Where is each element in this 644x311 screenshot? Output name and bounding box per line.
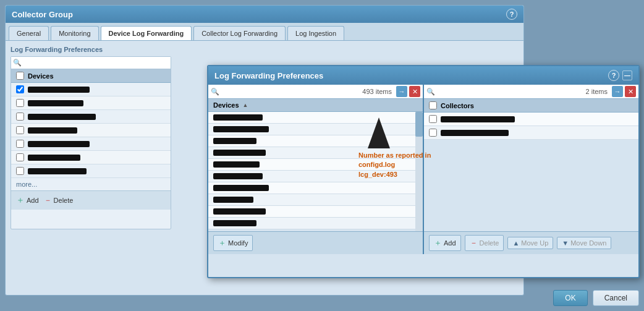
- list-item: [208, 218, 423, 229]
- left-clear-btn[interactable]: ✕: [409, 86, 420, 97]
- bg-select-all-checkbox[interactable]: [16, 72, 24, 80]
- left-col-header-label: Devices: [213, 101, 239, 109]
- right-col-header: Collectors: [424, 99, 638, 113]
- right-item-count: 2 items: [586, 88, 608, 95]
- right-delete-icon: －: [470, 237, 478, 249]
- redacted-text: [213, 161, 260, 168]
- modal-help-icon[interactable]: ?: [608, 70, 619, 81]
- annotation-arrow: [368, 117, 390, 148]
- redacted-text: [441, 130, 509, 136]
- list-item: [208, 182, 423, 194]
- ok-button[interactable]: OK: [553, 290, 587, 306]
- redacted-text: [213, 185, 269, 191]
- redacted-text: [28, 87, 90, 93]
- redacted-text: [213, 208, 266, 215]
- redacted-text: [213, 173, 263, 179]
- bg-search-icon: 🔍: [13, 59, 22, 67]
- item-checkbox-5[interactable]: [16, 140, 24, 148]
- redacted-text: [28, 114, 96, 120]
- bg-window-title-text: Collector Group: [12, 10, 73, 19]
- redacted-text: [213, 220, 256, 226]
- move-down-icon: ▼: [562, 239, 569, 247]
- redacted-text: [28, 168, 87, 174]
- bg-section-title: Log Forwarding Preferences: [11, 46, 519, 53]
- item-checkbox-3[interactable]: [16, 113, 24, 121]
- right-search-icon: 🔍: [426, 88, 435, 96]
- list-item: [424, 113, 638, 126]
- tab-general[interactable]: General: [9, 26, 49, 40]
- list-item: [11, 110, 171, 124]
- right-panel-footer: ＋ Add － Delete ▲ Move Up ▼ Move Down: [424, 231, 638, 254]
- item-checkbox-4[interactable]: [16, 126, 24, 134]
- redacted-text: [213, 197, 253, 203]
- move-down-button[interactable]: ▼ Move Down: [557, 237, 611, 249]
- annotation-text: Number as reported in configd.log lcg_de…: [358, 151, 431, 179]
- list-item: [11, 164, 171, 178]
- move-down-label: Move Down: [570, 239, 606, 247]
- right-clear-btn[interactable]: ✕: [625, 86, 636, 97]
- redacted-text: [213, 126, 269, 132]
- redacted-text: [28, 141, 90, 147]
- right-col-header-label: Collectors: [441, 102, 474, 109]
- modal-minimize-icon[interactable]: —: [622, 70, 632, 80]
- right-add-icon: ＋: [434, 237, 442, 249]
- bg-help-icon[interactable]: ?: [506, 9, 517, 20]
- sort-arrow-icon: ▲: [243, 102, 248, 108]
- modify-icon: ＋: [218, 237, 226, 249]
- left-search-input[interactable]: [221, 88, 360, 95]
- item-checkbox-6[interactable]: [16, 153, 24, 161]
- bg-col-header-label: Devices: [28, 72, 54, 80]
- list-item: [11, 96, 171, 110]
- tab-monitoring[interactable]: Monitoring: [51, 26, 98, 40]
- item-checkbox-2[interactable]: [16, 99, 24, 107]
- left-filter-btn[interactable]: →: [396, 86, 407, 97]
- redacted-text: [213, 150, 266, 156]
- list-item: [11, 137, 171, 151]
- left-search-icon: 🔍: [211, 88, 219, 96]
- redacted-text: [441, 116, 515, 122]
- bg-search-bar: 🔍: [11, 57, 171, 69]
- tab-device-log-forwarding[interactable]: Device Log Forwarding: [101, 26, 192, 40]
- item-checkbox-1[interactable]: [16, 85, 24, 93]
- modal-title-icons: ? —: [608, 70, 632, 81]
- tab-log-ingestion[interactable]: Log Ingestion: [287, 26, 344, 40]
- bg-window-title: Collector Group ?: [6, 6, 523, 23]
- modify-label: Modify: [228, 239, 248, 247]
- right-search-input[interactable]: [437, 88, 584, 95]
- move-up-label: Move Up: [521, 239, 548, 247]
- delete-button[interactable]: － Delete: [44, 195, 74, 206]
- item-checkbox-7[interactable]: [16, 167, 24, 175]
- bg-footer: ＋ Add － Delete: [11, 190, 171, 210]
- list-item: [11, 83, 171, 96]
- list-item: [11, 151, 171, 164]
- redacted-text: [28, 127, 77, 134]
- add-icon: ＋: [16, 195, 25, 206]
- right-delete-label: Delete: [480, 239, 499, 247]
- left-search-bar: 🔍 493 items → ✕: [208, 85, 423, 99]
- bg-search-input[interactable]: [22, 59, 169, 67]
- redacted-text: [213, 138, 256, 144]
- add-button[interactable]: ＋ Add: [16, 195, 39, 206]
- right-add-label: Add: [444, 239, 456, 247]
- modify-button[interactable]: ＋ Modify: [213, 235, 253, 251]
- right-panel: 🔍 2 items → ✕ Collectors: [424, 85, 638, 254]
- modal-title-text: Log Forwarding Preferences: [214, 71, 323, 80]
- move-up-button[interactable]: ▲ Move Up: [507, 237, 553, 249]
- right-select-all-checkbox[interactable]: [429, 101, 437, 109]
- right-filter-btn[interactable]: →: [612, 86, 623, 97]
- add-label: Add: [27, 197, 39, 204]
- annotation: Number as reported in configd.log lcg_de…: [358, 117, 431, 179]
- cancel-button[interactable]: Cancel: [593, 290, 639, 306]
- list-item: [424, 126, 638, 140]
- right-panel-list[interactable]: [424, 113, 638, 231]
- left-item-count: 493 items: [362, 88, 392, 95]
- move-up-icon: ▲: [512, 239, 519, 247]
- tab-collector-log-forwarding[interactable]: Collector Log Forwarding: [193, 26, 286, 40]
- list-item: [208, 194, 423, 206]
- list-item: [208, 206, 423, 218]
- more-link[interactable]: more...: [11, 178, 171, 190]
- right-delete-button[interactable]: － Delete: [465, 235, 504, 251]
- bg-col-header: Devices: [11, 69, 171, 83]
- left-panel-footer: ＋ Modify: [208, 231, 423, 254]
- right-add-button[interactable]: ＋ Add: [429, 235, 461, 251]
